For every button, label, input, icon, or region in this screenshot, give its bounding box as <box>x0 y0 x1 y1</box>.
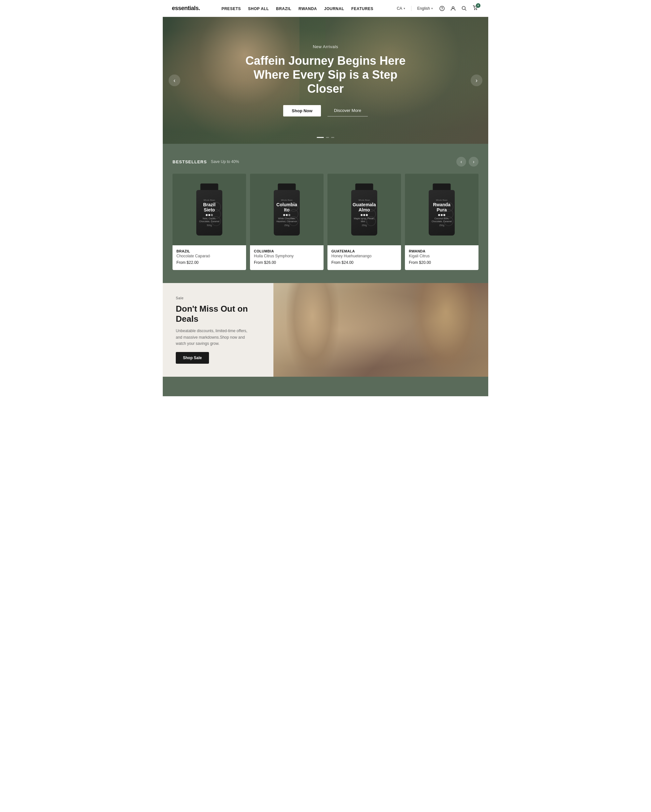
country-selector[interactable]: CA ▾ <box>395 5 407 12</box>
bestsellers-next-button[interactable]: › <box>469 157 478 166</box>
product-info-0: Brazil Chocolate Caparaó From $22.00 <box>173 245 246 270</box>
hero-prev-button[interactable]: ‹ <box>169 75 180 86</box>
bag-body-1: Whole Bean ColumbiaIto White Chocolate, … <box>274 190 300 235</box>
bag-body-2: Whole Bean GuatemalaAlmo Maple syrup, Pe… <box>351 190 377 235</box>
bag-top-label-2: Whole Bean <box>358 199 370 201</box>
coffee-bag-1: Whole Bean ColumbiaIto White Chocolate, … <box>272 183 301 235</box>
product-info-2: Guatemala Honey Huehuetenango From $24.0… <box>327 245 401 270</box>
product-card-3[interactable]: Whole Bean RwandaPura Coconut Rum, Choco… <box>405 174 478 270</box>
product-grid: Whole Bean BrazilSieto Nuts, Cacao, Choc… <box>173 174 478 270</box>
bag-body-3: Whole Bean RwandaPura Coconut Rum, Choco… <box>429 190 455 235</box>
product-price-0: From $22.00 <box>176 260 242 265</box>
bag-top-1 <box>278 183 296 190</box>
bag-top-2 <box>355 183 373 190</box>
shop-sale-button[interactable]: Shop Sale <box>176 352 209 364</box>
search-button[interactable] <box>460 5 468 12</box>
hero-title: Caffein Journey Begins Here Where Every … <box>234 54 417 96</box>
bag-top-label-0: Whole Bean <box>203 199 215 201</box>
bag-top-0 <box>200 183 219 190</box>
product-name-3: Kigali Citrus <box>409 254 475 258</box>
cart-button[interactable]: 0 <box>471 4 479 13</box>
sale-tag: Sale <box>176 296 183 300</box>
sale-image <box>274 283 488 377</box>
hero-dot-2 <box>326 137 329 138</box>
product-image-1: Whole Bean ColumbiaIto White Chocolate, … <box>250 174 324 245</box>
sale-person-left <box>286 283 339 377</box>
bag-top-3 <box>433 183 451 190</box>
nav-journal[interactable]: JOURNAL <box>324 6 344 11</box>
product-price-1: From $26.00 <box>254 260 319 265</box>
sale-section: Sale Don't Miss Out on Deals Unbeatable … <box>163 283 488 377</box>
bag-weight-3: 250g <box>439 224 444 226</box>
bag-circles-0 <box>211 202 221 223</box>
hero-next-button[interactable]: › <box>471 75 482 86</box>
hero-discover-more-button[interactable]: Discover More <box>327 105 368 116</box>
bestsellers-title: BESTSELLERS <box>173 159 207 164</box>
hero-buttons: Shop Now Discover More <box>234 105 417 116</box>
nav-rwanda[interactable]: RWANDA <box>298 6 317 11</box>
bestsellers-header: BESTSELLERS Save Up to 40% ‹ › <box>173 157 478 166</box>
product-info-1: Columbia Huila Citrus Symphony From $26.… <box>250 245 324 270</box>
product-origin-2: Guatemala <box>332 249 397 253</box>
product-image-3: Whole Bean RwandaPura Coconut Rum, Choco… <box>405 174 478 245</box>
bag-body-0: Whole Bean BrazilSieto Nuts, Cacao, Choc… <box>196 190 222 235</box>
navbar: essentials. PRESETS SHOP ALL BRAZIL RWAN… <box>163 0 488 17</box>
account-button[interactable] <box>449 5 457 12</box>
country-chevron-icon: ▾ <box>403 7 405 10</box>
sale-title: Don't Miss Out on Deals <box>176 304 260 324</box>
hero-dot-1 <box>317 137 324 138</box>
country-label: CA <box>397 6 402 11</box>
nav-features[interactable]: FEATURES <box>351 6 373 11</box>
product-name-2: Honey Huehuetenango <box>332 254 397 258</box>
language-label: English <box>417 6 430 11</box>
language-selector[interactable]: English ▾ <box>415 5 435 12</box>
help-button[interactable]: ? <box>438 5 446 12</box>
cart-count: 0 <box>476 3 480 8</box>
hero-content: New Arrivals Caffein Journey Begins Here… <box>228 44 423 117</box>
product-image-0: Whole Bean BrazilSieto Nuts, Cacao, Choc… <box>173 174 246 245</box>
svg-point-5 <box>476 9 477 10</box>
product-card-1[interactable]: Whole Bean ColumbiaIto White Chocolate, … <box>250 174 324 270</box>
bestsellers-subtitle: Save Up to 40% <box>211 159 239 164</box>
hero-dots <box>317 137 334 138</box>
bottom-section <box>163 377 488 396</box>
locale-divider <box>411 6 411 11</box>
product-image-2: Whole Bean GuatemalaAlmo Maple syrup, Pe… <box>327 174 401 245</box>
sale-description: Unbeatable discounts, limited-time offer… <box>176 328 254 347</box>
bestsellers-prev-button[interactable]: ‹ <box>456 157 466 166</box>
product-origin-0: Brazil <box>176 249 242 253</box>
hero-dot-3 <box>331 137 334 138</box>
product-name-1: Huila Citrus Symphony <box>254 254 319 258</box>
bag-top-label-3: Whole Bean <box>436 199 448 201</box>
coffee-bag-0: Whole Bean BrazilSieto Nuts, Cacao, Choc… <box>195 183 224 235</box>
nav-menu: PRESETS SHOP ALL BRAZIL RWANDA JOURNAL F… <box>222 6 373 11</box>
product-origin-1: Columbia <box>254 249 319 253</box>
product-origin-3: Rwanda <box>409 249 475 253</box>
product-card-0[interactable]: Whole Bean BrazilSieto Nuts, Cacao, Choc… <box>173 174 246 270</box>
svg-text:?: ? <box>441 7 443 11</box>
product-card-2[interactable]: Whole Bean GuatemalaAlmo Maple syrup, Pe… <box>327 174 401 270</box>
sale-person-right <box>410 283 482 377</box>
language-chevron-icon: ▾ <box>431 7 433 10</box>
svg-point-3 <box>462 6 465 9</box>
nav-shop-all[interactable]: SHOP ALL <box>248 6 269 11</box>
bag-circles-2 <box>366 202 376 223</box>
product-price-2: From $24.00 <box>332 260 397 265</box>
bestsellers-section: BESTSELLERS Save Up to 40% ‹ › <box>163 144 488 283</box>
bag-circles-1 <box>289 202 298 223</box>
product-price-3: From $20.00 <box>409 260 475 265</box>
hero-shop-now-button[interactable]: Shop Now <box>283 105 321 116</box>
hero-tag: New Arrivals <box>234 44 417 49</box>
bestsellers-nav: ‹ › <box>456 157 478 166</box>
coffee-bag-3: Whole Bean RwandaPura Coconut Rum, Choco… <box>427 183 456 235</box>
bag-top-label-1: Whole Bean <box>281 199 293 201</box>
nav-brazil[interactable]: BRAZIL <box>276 6 291 11</box>
nav-presets[interactable]: PRESETS <box>222 6 241 11</box>
section-title-group: BESTSELLERS Save Up to 40% <box>173 159 239 164</box>
navbar-actions: CA ▾ English ▾ ? <box>395 4 479 13</box>
logo: essentials. <box>172 5 200 12</box>
bag-circles-3 <box>444 202 454 223</box>
bag-weight-2: 250g <box>362 224 367 226</box>
product-info-3: Rwanda Kigali Citrus From $20.00 <box>405 245 478 270</box>
svg-point-4 <box>474 9 475 10</box>
